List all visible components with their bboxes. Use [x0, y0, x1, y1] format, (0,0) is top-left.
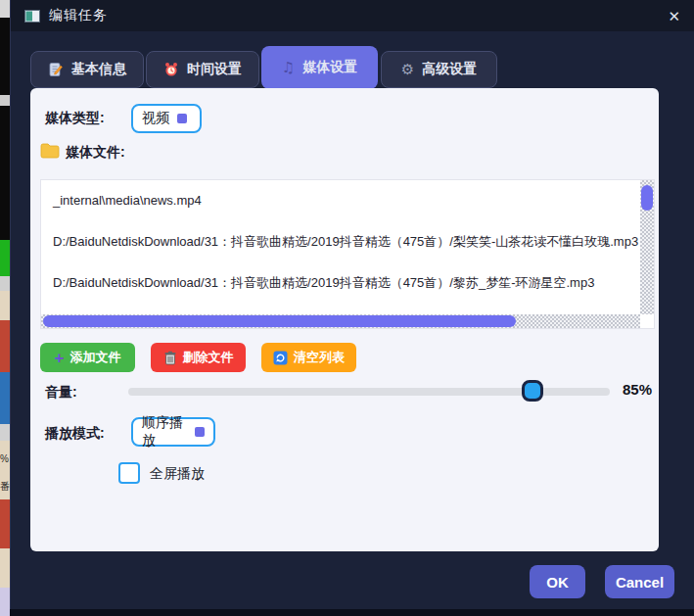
play-mode-value: 顺序播放 [142, 414, 187, 450]
clear-list-button[interactable]: 清空列表 [261, 343, 356, 372]
gear-icon: ⚙ [401, 61, 414, 78]
play-mode-label: 播放模式: [45, 425, 105, 443]
tab-label: 媒体设置 [302, 59, 357, 76]
horizontal-scrollbar-thumb[interactable] [43, 315, 516, 327]
fullscreen-label: 全屏播放 [150, 465, 205, 483]
delete-file-label: 删除文件 [183, 349, 234, 366]
clear-refresh-icon [273, 351, 288, 365]
clear-list-label: 清空列表 [294, 349, 345, 366]
tab-label: 高级设置 [422, 61, 477, 78]
cancel-button[interactable]: Cancel [605, 565, 674, 598]
dropdown-indicator-icon [177, 114, 187, 123]
music-note-icon: ♫ [282, 59, 295, 76]
volume-value: 85% [623, 381, 652, 398]
horizontal-scrollbar[interactable] [41, 314, 640, 328]
window-icon [24, 10, 40, 23]
dropdown-indicator-icon [195, 427, 205, 437]
delete-file-button[interactable]: 删除文件 [151, 343, 246, 372]
add-file-label: 添加文件 [69, 349, 120, 366]
close-icon[interactable]: ✕ [668, 9, 680, 24]
tab-basic-info[interactable]: 基本信息 [30, 51, 144, 88]
vertical-scrollbar[interactable] [640, 180, 654, 314]
tab-media-settings[interactable]: ♫ 媒体设置 [261, 46, 378, 89]
folder-icon [40, 143, 60, 159]
play-mode-dropdown[interactable]: 顺序播放 [131, 417, 215, 447]
background-window-sliver: % 番 [0, 0, 10, 616]
volume-slider-thumb[interactable] [522, 380, 543, 402]
ok-button[interactable]: OK [530, 565, 585, 598]
add-file-button[interactable]: + 添加文件 [40, 343, 135, 372]
edit-task-dialog: 编辑任务 ✕ 基本信息 时间设置 ♫ 媒 [10, 0, 694, 609]
background-text-fragment: 番 [0, 480, 10, 494]
volume-slider[interactable] [128, 388, 610, 396]
media-files-label: 媒体文件: [66, 144, 125, 162]
alarm-clock-icon [163, 62, 179, 77]
plus-icon: + [55, 350, 65, 366]
background-text-fragment: % [0, 453, 10, 464]
tab-label: 时间设置 [187, 61, 242, 78]
trash-icon [163, 351, 177, 365]
media-file-list: _internal\media\news.mp4D:/BaiduNetdiskD… [40, 179, 655, 329]
memo-icon [48, 62, 64, 77]
media-file-item[interactable]: D:/BaiduNetdiskDownload/31：抖音歌曲精选/2019抖音… [41, 221, 640, 262]
media-settings-panel: 媒体类型: 视频 媒体文件: _internal\media\news.mp4D… [30, 88, 659, 551]
dialog-bottom-edge [10, 609, 694, 616]
volume-label: 音量: [45, 384, 77, 402]
media-file-item[interactable]: D:/BaiduNetdiskDownload/31：抖音歌曲精选/2019抖音… [41, 262, 640, 304]
media-type-dropdown[interactable]: 视频 [131, 104, 202, 133]
media-type-value: 视频 [142, 110, 169, 127]
media-file-item[interactable]: _internal\media\news.mp4 [41, 180, 640, 221]
dialog-titlebar: 编辑任务 ✕ [11, 0, 694, 31]
vertical-scrollbar-thumb[interactable] [641, 185, 653, 211]
media-file-list-items: _internal\media\news.mp4D:/BaiduNetdiskD… [41, 180, 640, 314]
fullscreen-checkbox[interactable] [118, 462, 140, 484]
dialog-title: 编辑任务 [49, 7, 108, 24]
tab-label: 基本信息 [71, 61, 126, 78]
scrollbar-corner [640, 314, 654, 328]
tab-advanced-settings[interactable]: ⚙ 高级设置 [381, 51, 497, 88]
tab-time-settings[interactable]: 时间设置 [146, 51, 259, 88]
media-type-label: 媒体类型: [45, 110, 105, 127]
